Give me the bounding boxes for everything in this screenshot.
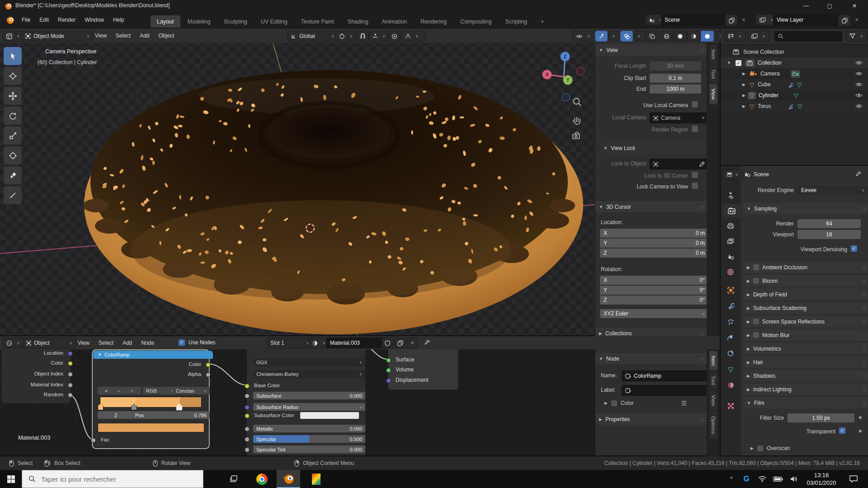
clip-end-field[interactable]: 1000 m	[650, 84, 701, 94]
view-layer-copy-button[interactable]	[838, 14, 851, 26]
menu-edit[interactable]: Edit	[35, 17, 53, 23]
viewport-menu-view[interactable]: View	[90, 33, 111, 39]
tool-measure[interactable]	[4, 186, 22, 204]
transform-orientation-dropdown[interactable]: Global∨	[288, 31, 338, 42]
section-motion-blur[interactable]: ▶Motion Blur::::	[743, 329, 868, 341]
lock-camera-to-view-checkbox[interactable]	[692, 183, 698, 189]
menu-render[interactable]: Render	[53, 17, 80, 23]
tab-object-data[interactable]: ▽	[723, 364, 738, 375]
render-engine-dropdown[interactable]: Eevee∨	[797, 186, 868, 195]
eye-icon[interactable]	[855, 103, 863, 109]
section-film[interactable]: ▼Film::::	[743, 397, 868, 408]
ramp-stop-index-field[interactable]: 2	[98, 411, 134, 419]
overscan-checkbox[interactable]	[757, 446, 763, 451]
workspace-tab-scripting[interactable]: Scripting	[499, 15, 533, 28]
clear-icon[interactable]: ×	[702, 115, 705, 121]
animate-dot[interactable]	[859, 416, 862, 419]
shader-menu-node[interactable]: Node	[137, 340, 159, 346]
section-checkbox[interactable]	[753, 278, 759, 284]
outliner-row-cube[interactable]: ▶ ▽ Cube ▽	[721, 79, 868, 90]
disclosure-icon[interactable]: ▼	[727, 61, 731, 65]
tab-render[interactable]	[722, 204, 741, 217]
principled-metallic-slider[interactable]: Metallic0.000	[253, 425, 365, 432]
tab-scene[interactable]	[723, 251, 738, 263]
tool-cursor[interactable]	[4, 67, 22, 85]
local-camera-field[interactable]: Camera×	[650, 113, 708, 123]
viewport-menu-object[interactable]: Object	[154, 33, 179, 39]
action-center-button[interactable]	[844, 470, 863, 488]
focal-length-field[interactable]: 50 mm	[650, 61, 701, 70]
section-screen-space-reflections[interactable]: ▶Screen Space Reflections::::	[743, 316, 868, 327]
socket-base-color[interactable]	[245, 384, 250, 389]
node-label-field[interactable]	[622, 385, 708, 396]
taskbar-chrome[interactable]	[251, 470, 272, 488]
animate-dot[interactable]	[859, 430, 862, 432]
shader-target-dropdown[interactable]: Object∨	[23, 338, 76, 348]
principled-specular-tint-slider[interactable]: Specular Tint0.000	[253, 446, 365, 453]
viewport-menu-add[interactable]: Add	[135, 33, 154, 39]
workspace-tab-sculpting[interactable]: Sculpting	[217, 15, 253, 28]
blender-menu-icon[interactable]	[5, 15, 14, 24]
workspace-tab-animation[interactable]: Animation	[376, 15, 414, 28]
tool-annotate[interactable]	[4, 166, 22, 184]
camera-data-chip[interactable]	[791, 70, 800, 78]
material-copy-button[interactable]	[394, 338, 406, 348]
eye-icon[interactable]	[855, 93, 863, 98]
material-name-field[interactable]: Material.003	[326, 338, 387, 348]
viewport-menu-select[interactable]: Select	[111, 33, 135, 39]
tool-rotate[interactable]	[4, 107, 22, 125]
taskbar-search[interactable]	[22, 470, 203, 488]
tab-particles[interactable]	[723, 316, 738, 328]
fake-user-button[interactable]	[382, 338, 393, 348]
section-volumetrics[interactable]: ▶Volumetrics::::	[743, 343, 868, 354]
clip-start-field[interactable]: 0.1 m	[650, 74, 701, 83]
workspace-tab-add[interactable]: +	[534, 15, 550, 28]
menu-file[interactable]: File	[17, 17, 35, 23]
socket-subsurface-color[interactable]	[245, 413, 250, 418]
outliner-label[interactable]: Cylinder	[759, 92, 778, 99]
shading-material-button[interactable]	[687, 31, 700, 42]
node-name-field[interactable]: ColorRamp	[622, 371, 708, 381]
socket-specular-tint[interactable]	[245, 447, 250, 452]
workspace-tab-modeling[interactable]: Modeling	[181, 15, 217, 28]
color-presets-button[interactable]: ☰	[679, 399, 689, 407]
outliner-row-torus[interactable]: ▶ ▽ Torus ▽	[721, 101, 868, 112]
workspace-tab-texture-paint[interactable]: Texture Paint	[295, 15, 340, 28]
section-checkbox[interactable]	[753, 332, 759, 338]
shader-menu-add[interactable]: Add	[118, 340, 137, 346]
breadcrumb-scene[interactable]: Scene	[754, 171, 769, 178]
ramp-mode-dropdown[interactable]: RGB∨	[143, 387, 177, 394]
ramp-pos-field[interactable]: Pos0.786	[132, 411, 210, 419]
tab-world[interactable]	[723, 266, 738, 278]
eye-icon[interactable]	[855, 82, 863, 87]
mesh-data-icon[interactable]: ▽	[797, 81, 802, 88]
proportional-falloff-dropdown[interactable]: ∨	[401, 31, 426, 42]
cursor-ry-field[interactable]: Y0°	[600, 286, 708, 295]
panel-3d-cursor-header[interactable]: ▼3D Cursor::::	[595, 201, 707, 212]
workspace-tab-uv-editing[interactable]: UV Editing	[255, 15, 294, 28]
lock-to-object-field[interactable]	[650, 159, 708, 169]
overlays-toggle[interactable]	[620, 31, 633, 42]
view-layer-name-field[interactable]: View Layer	[773, 14, 844, 25]
tab-material[interactable]	[723, 379, 738, 391]
navigation-gizmo[interactable]: Z X Y	[536, 44, 594, 148]
modifier-wrench-icon[interactable]	[787, 82, 793, 88]
cursor-rx-field[interactable]: X0°	[600, 276, 708, 285]
search-input[interactable]	[40, 475, 187, 483]
section-ambient-occlusion[interactable]: ▶Ambient Occlusion::::	[743, 262, 868, 273]
ramp-interpolation-dropdown[interactable]: Constan∨	[173, 387, 210, 394]
viewport-3d[interactable]: Camera Perspective (60) Collection | Cyl…	[0, 28, 720, 335]
slot-dropdown[interactable]: Slot 1∨	[267, 338, 313, 348]
lock-to-3d-cursor-checkbox[interactable]	[692, 172, 698, 178]
workspace-tab-compositing[interactable]: Compositing	[454, 15, 498, 28]
section-hair[interactable]: ▶Hair::::	[743, 357, 868, 368]
tray-battery[interactable]	[770, 470, 786, 488]
node-header[interactable]: ▼ColorRamp	[93, 351, 213, 359]
outliner-row-scene-collection[interactable]: Scene Collection	[721, 47, 868, 57]
shader-tab-item[interactable]: Item	[709, 351, 717, 370]
pin-icon[interactable]	[855, 171, 862, 177]
socket-fac[interactable]	[91, 438, 96, 443]
socket-displacement[interactable]	[386, 378, 391, 383]
maximize-button[interactable]: ▢	[819, 0, 840, 12]
node-object-info[interactable]: Location Color Object Index Material Ind…	[1, 349, 71, 404]
